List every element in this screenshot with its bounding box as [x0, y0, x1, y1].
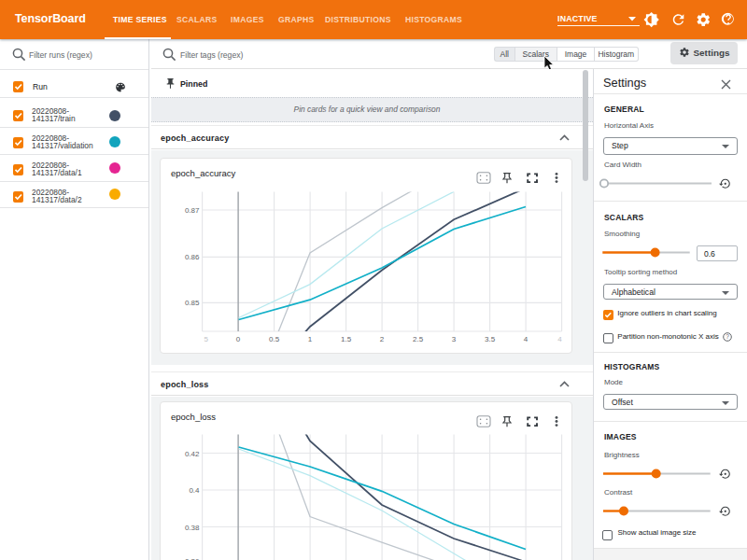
svg-text:3: 3: [452, 335, 457, 343]
svg-text:0.5: 0.5: [269, 335, 280, 343]
svg-text:0.36: 0.36: [185, 557, 200, 560]
svg-text:3.5: 3.5: [485, 335, 496, 343]
svg-text:0.4: 0.4: [189, 486, 200, 495]
svg-text:4: 4: [524, 335, 529, 343]
svg-text:0.42: 0.42: [185, 450, 200, 458]
svg-text:0.86: 0.86: [185, 253, 200, 261]
svg-text:0.38: 0.38: [185, 524, 200, 532]
svg-text:4: 4: [557, 335, 562, 343]
svg-text:?: ?: [726, 333, 729, 340]
svg-text:1.5: 1.5: [341, 335, 352, 343]
svg-text:0.87: 0.87: [185, 206, 200, 215]
svg-text:1: 1: [308, 335, 313, 343]
svg-text:0: 0: [236, 335, 241, 343]
svg-text:5: 5: [204, 335, 209, 343]
svg-text:2.5: 2.5: [413, 335, 424, 343]
svg-text:0.85: 0.85: [185, 299, 200, 307]
svg-text:2: 2: [380, 335, 385, 343]
